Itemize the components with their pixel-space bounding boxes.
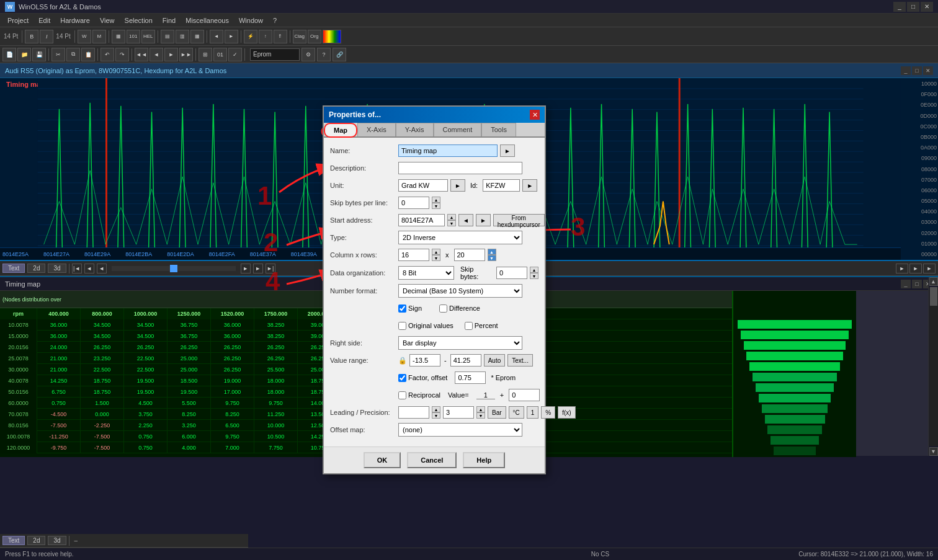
toolbar-btn-11[interactable]: ◄ [210,30,223,43]
tab-comment[interactable]: Comment [434,123,482,136]
addr-next-btn[interactable]: ► [476,214,491,226]
toolbar-prev-btn[interactable]: ◄◄ [135,48,148,61]
toolbar-btn-15[interactable]: ⇑ [274,30,287,43]
nav-prev2-btn[interactable]: ◄ [97,264,107,273]
skip-bytes-input-2[interactable] [496,267,527,279]
leading-spinner[interactable]: ▲ ▼ [432,406,440,419]
col-spinner[interactable]: ▲ ▼ [432,249,440,261]
id-arrow-btn[interactable]: ► [522,179,537,192]
percent-checkbox[interactable] [465,322,473,330]
columns-input[interactable] [398,249,429,261]
nav-first-btn[interactable]: |◄ [72,264,82,273]
menu-miscellaneous[interactable]: Miscellaneous [181,16,234,25]
scroll-down-btn[interactable]: ▼ [929,447,938,456]
reciprocal-checkbox[interactable] [398,391,406,399]
toolbar-new-btn[interactable]: 📄 [2,48,16,61]
doc-minimize-btn[interactable]: _ [901,66,911,75]
toolbar-save-btn[interactable]: 💾 [32,48,46,61]
toolbar-copy-btn[interactable]: ⧉ [66,48,80,61]
eprom-question-btn[interactable]: ? [317,48,331,61]
toolbar-hex-btn[interactable]: 01 [213,48,227,61]
help-button[interactable]: Help [463,452,505,468]
addr-down[interactable]: ▼ [447,220,456,226]
toolbar-btn-16[interactable]: Clag [293,30,306,43]
map-scrollbar[interactable]: ▲ ▼ [928,277,938,456]
dialog-close-button[interactable]: ✕ [530,110,540,120]
skip-down-2[interactable]: ▼ [530,273,538,279]
toolbar-btn-5[interactable]: ▦ [112,30,125,43]
toolbar-btn-14[interactable]: ↑ [259,30,272,43]
type-select[interactable]: 2D Inverse [398,231,522,244]
toolbar-btn-1[interactable]: B [25,30,38,43]
doc-close-btn[interactable]: ✕ [923,66,933,75]
cancel-button[interactable]: Cancel [407,452,457,468]
num1-btn[interactable]: 1 [527,406,539,419]
description-input[interactable] [398,162,522,174]
toolbar-redo-btn[interactable]: ↷ [115,48,129,61]
map-3d-btn[interactable]: 3d [48,536,66,545]
skip-bytes-spinner[interactable]: ▲ ▼ [432,197,440,209]
leading-input[interactable] [398,406,429,419]
unit-input[interactable] [398,179,448,192]
celsius-btn[interactable]: °C [509,406,524,419]
auto-btn[interactable]: Auto [484,354,506,367]
skip-bytes-spinner-2[interactable]: ▲ ▼ [530,267,538,279]
toolbar-open-btn[interactable]: 📁 [17,48,31,61]
text-range-btn[interactable]: Text... [507,354,533,367]
nav-next-btn[interactable]: ► [241,264,251,273]
menu-help[interactable]: ? [268,16,282,25]
lead-down[interactable]: ▼ [432,412,440,419]
rows-input[interactable] [454,249,485,261]
precision-input[interactable] [443,406,474,419]
right-side-select[interactable]: Bar display [398,336,522,350]
offset-map-select[interactable]: (none) [398,423,522,437]
nav-extra-3[interactable]: ► [923,264,936,273]
offset-input[interactable] [509,389,540,401]
toolbar-btn-7[interactable]: HEL [141,30,155,43]
name-arrow-btn[interactable]: ► [500,144,515,157]
value-max-input[interactable] [450,354,481,367]
prec-down[interactable]: ▼ [476,412,485,419]
nav-next2-btn[interactable]: ► [253,264,263,273]
3d-btn[interactable]: 3d [48,264,66,273]
number-format-select[interactable]: Decimal (Base 10 System) [398,284,522,298]
toolbar-btn-8[interactable]: ▤ [161,30,174,43]
tab-map[interactable]: Map [324,123,357,138]
map-text-btn[interactable]: Text [2,536,25,545]
toolbar-map-btn[interactable]: ⊞ [199,48,212,61]
factor-offset-checkbox[interactable] [398,374,406,382]
tab-x-axis[interactable]: X-Axis [357,123,396,136]
toolbar-btn-4[interactable]: M [92,30,106,43]
toolbar-checksum-btn[interactable]: ✓ [228,48,242,61]
fx-btn[interactable]: f(x) [558,406,575,419]
text-btn[interactable]: Text [2,264,25,273]
map-maximize-btn[interactable]: □ [912,280,922,288]
eprom-settings-btn[interactable]: ⚙ [302,48,315,61]
skip-bytes-up[interactable]: ▲ [432,197,440,203]
skip-bytes-input[interactable] [398,197,429,209]
toolbar-btn-17[interactable]: Org [308,30,321,43]
toolbar-cut-btn[interactable]: ✂ [51,48,65,61]
toolbar-color[interactable] [323,30,341,43]
row-up[interactable]: ▲ [488,249,496,255]
menu-window[interactable]: Window [234,16,268,25]
row-spinner[interactable]: ▲ ▼ [488,249,496,261]
from-hexdump-btn[interactable]: From hexdumpcursor [493,214,545,226]
toolbar-fwd-btn[interactable]: ► [164,48,178,61]
col-up[interactable]: ▲ [432,249,440,255]
eprom-input[interactable] [250,48,300,61]
menu-selection[interactable]: Selection [120,16,158,25]
scroll-thumb[interactable] [930,287,937,306]
nav-prev-btn[interactable]: ◄ [84,264,94,273]
percent-btn[interactable]: % [541,406,555,419]
menu-project[interactable]: Project [2,16,34,25]
maximize-button[interactable]: □ [907,2,919,12]
id-input[interactable] [483,179,520,192]
start-address-input[interactable] [398,214,445,226]
nav-extra-2[interactable]: ► [909,264,922,273]
menu-view[interactable]: View [95,16,120,25]
toolbar-btn-12[interactable]: ► [225,30,238,43]
properties-dialog[interactable]: Properties of... ✕ Map X-Axis Y-Axis Com… [323,105,546,474]
lead-up[interactable]: ▲ [432,406,440,412]
toolbar-btn-6[interactable]: 101 [127,30,140,43]
